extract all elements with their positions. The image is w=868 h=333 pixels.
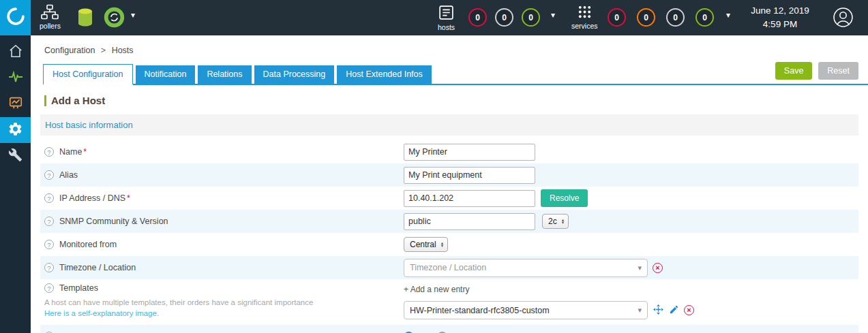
ip-address-label: IP Address / DNS* bbox=[59, 193, 130, 203]
add-template-entry-link[interactable]: + Add a new entry bbox=[404, 285, 694, 294]
template-remove-button[interactable]: × bbox=[684, 305, 694, 315]
platform-chevron-down-icon[interactable]: ▾ bbox=[131, 10, 135, 20]
tab-data-processing[interactable]: Data Processing bbox=[254, 65, 335, 84]
hosts-chevron-down-icon[interactable]: ▾ bbox=[551, 10, 555, 20]
remove-icon: × bbox=[684, 305, 694, 315]
select-spinner-icon: ▲▼ bbox=[561, 219, 565, 225]
gear-icon bbox=[8, 121, 23, 140]
chevron-down-icon: ▾ bbox=[638, 264, 642, 272]
chart-icon bbox=[8, 95, 23, 113]
database-status-button[interactable] bbox=[76, 7, 94, 27]
current-date: June 12, 2019 bbox=[742, 4, 818, 18]
tab-relations[interactable]: Relations bbox=[198, 65, 251, 84]
form-row-templates: ? Templates A host can have multiple tem… bbox=[40, 279, 858, 325]
template-move-button[interactable] bbox=[653, 304, 664, 317]
pollers-label: pollers bbox=[40, 22, 61, 30]
help-icon[interactable]: ? bbox=[44, 147, 54, 157]
tab-notification[interactable]: Notification bbox=[136, 65, 196, 84]
tab-host-extended-infos[interactable]: Host Extended Infos bbox=[337, 65, 432, 84]
form-actions: Save Reset bbox=[775, 62, 858, 80]
breadcrumb-configuration[interactable]: Configuration bbox=[44, 46, 95, 55]
breadcrumb-hosts[interactable]: Hosts bbox=[112, 46, 134, 55]
snmp-version-select[interactable]: 2c ▲▼ bbox=[542, 214, 569, 229]
monitored-from-select[interactable]: Central ▲▼ bbox=[404, 237, 448, 252]
hosts-unreachable-badge[interactable]: 0 bbox=[495, 8, 513, 27]
remove-icon: × bbox=[653, 263, 663, 273]
templates-help-link[interactable]: Here is a self-explanatory image. bbox=[44, 309, 159, 317]
sidebar-item-reporting[interactable] bbox=[0, 91, 31, 117]
platform-status-button[interactable] bbox=[104, 7, 125, 28]
user-menu-button[interactable] bbox=[833, 7, 854, 31]
timezone-select[interactable]: Timezone / Location ▾ bbox=[404, 259, 648, 277]
breadcrumb-separator: > bbox=[101, 46, 106, 55]
page-title: Add a Host bbox=[44, 95, 858, 106]
home-icon bbox=[8, 44, 23, 61]
alias-label: Alias bbox=[59, 170, 78, 180]
hosts-icon bbox=[438, 4, 455, 21]
hosts-label: hosts bbox=[438, 23, 455, 31]
centreon-logo[interactable] bbox=[0, 0, 31, 35]
help-icon[interactable]: ? bbox=[44, 263, 54, 272]
move-icon bbox=[653, 304, 664, 317]
services-ok-badge[interactable]: 0 bbox=[695, 8, 714, 27]
hosts-menu-button[interactable]: hosts bbox=[438, 4, 455, 31]
templates-help-text: A host can have multiple templates, thei… bbox=[44, 298, 404, 306]
ip-address-input[interactable] bbox=[404, 190, 535, 207]
services-warning-badge[interactable]: 0 bbox=[637, 8, 655, 27]
hosts-up-badge[interactable]: 0 bbox=[522, 8, 540, 27]
main-content: Configuration > Hosts Host Configuration… bbox=[31, 35, 868, 333]
template-edit-button[interactable] bbox=[669, 304, 679, 317]
section-header-host-basic-information: Host basic information bbox=[40, 114, 858, 136]
save-button[interactable]: Save bbox=[775, 62, 813, 80]
template-select[interactable]: HW-Printer-standard-rfc3805-custom ▾ bbox=[404, 301, 648, 319]
name-label: Name* bbox=[59, 147, 87, 157]
monitored-from-label: Monitored from bbox=[59, 240, 117, 249]
services-label: services bbox=[571, 22, 598, 30]
required-mark: * bbox=[83, 147, 87, 157]
alias-input[interactable] bbox=[404, 167, 535, 184]
form-row-create-services: ? Create Services linked to the Template… bbox=[40, 325, 858, 333]
snmp-community-input[interactable] bbox=[404, 213, 535, 230]
hosts-status-badges: 0 0 0 bbox=[468, 8, 540, 27]
services-menu-button[interactable]: services bbox=[571, 4, 598, 30]
tab-bar: Host Configuration Notification Relation… bbox=[43, 64, 868, 85]
help-icon[interactable]: ? bbox=[44, 283, 54, 293]
services-unknown-badge[interactable]: 0 bbox=[666, 8, 685, 27]
current-time: 4:59 PM bbox=[742, 18, 818, 31]
centreon-logo-icon bbox=[7, 7, 25, 28]
services-critical-badge[interactable]: 0 bbox=[608, 8, 626, 27]
name-input[interactable] bbox=[404, 144, 535, 161]
wrench-icon bbox=[8, 148, 23, 165]
help-icon[interactable]: ? bbox=[44, 170, 54, 180]
sidebar bbox=[0, 35, 31, 333]
form-row-monitored-from: ? Monitored from Central ▲▼ bbox=[40, 233, 858, 256]
form-row-name: ? Name* bbox=[40, 140, 858, 163]
host-form: ? Name* ? Alias ? IP Address / DNS* Reso… bbox=[40, 140, 858, 333]
services-chevron-down-icon[interactable]: ▾ bbox=[726, 10, 730, 20]
datetime: June 12, 2019 4:59 PM bbox=[742, 4, 818, 31]
hosts-down-badge[interactable]: 0 bbox=[468, 8, 487, 27]
sidebar-item-configuration[interactable] bbox=[0, 117, 31, 143]
timezone-label: Timezone / Location bbox=[59, 263, 136, 272]
sidebar-item-home[interactable] bbox=[0, 39, 31, 65]
title-pipe-decoration bbox=[44, 95, 46, 106]
services-icon bbox=[577, 4, 593, 20]
help-icon[interactable]: ? bbox=[44, 240, 54, 249]
services-status-badges: 0 0 0 0 bbox=[608, 8, 714, 27]
help-icon[interactable]: ? bbox=[44, 193, 54, 203]
form-row-timezone: ? Timezone / Location Timezone / Locatio… bbox=[40, 256, 858, 279]
help-icon[interactable]: ? bbox=[44, 217, 54, 226]
pollers-status-button[interactable]: pollers bbox=[40, 4, 61, 30]
heartbeat-icon bbox=[8, 69, 24, 87]
form-row-ip-address: ? IP Address / DNS* Resolve bbox=[40, 187, 858, 210]
resolve-button[interactable]: Resolve bbox=[541, 189, 588, 207]
tab-host-configuration[interactable]: Host Configuration bbox=[43, 64, 133, 85]
breadcrumb: Configuration > Hosts bbox=[31, 35, 868, 55]
timezone-clear-button[interactable]: × bbox=[653, 263, 663, 273]
pollers-icon bbox=[41, 4, 59, 20]
reset-button[interactable]: Reset bbox=[818, 62, 858, 80]
sidebar-item-monitoring[interactable] bbox=[0, 65, 31, 91]
form-row-snmp: ? SNMP Community & Version 2c ▲▼ bbox=[40, 210, 858, 233]
sidebar-item-administration[interactable] bbox=[0, 143, 31, 169]
templates-label: Templates bbox=[59, 283, 98, 293]
